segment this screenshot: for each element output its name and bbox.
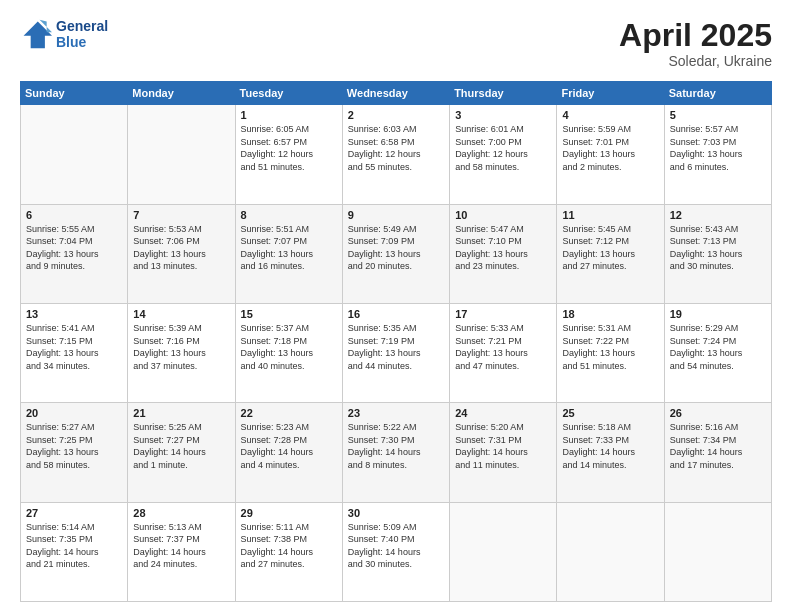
day-number: 18 xyxy=(562,308,658,320)
day-number: 12 xyxy=(670,209,766,221)
col-wednesday: Wednesday xyxy=(342,82,449,105)
logo: General Blue xyxy=(20,18,108,50)
day-cell: 30Sunrise: 5:09 AM Sunset: 7:40 PM Dayli… xyxy=(342,502,449,601)
col-sunday: Sunday xyxy=(21,82,128,105)
day-number: 3 xyxy=(455,109,551,121)
day-info: Sunrise: 5:27 AM Sunset: 7:25 PM Dayligh… xyxy=(26,421,122,471)
day-cell: 13Sunrise: 5:41 AM Sunset: 7:15 PM Dayli… xyxy=(21,303,128,402)
day-number: 28 xyxy=(133,507,229,519)
day-number: 15 xyxy=(241,308,337,320)
day-number: 23 xyxy=(348,407,444,419)
week-row-0: 1Sunrise: 6:05 AM Sunset: 6:57 PM Daylig… xyxy=(21,105,772,204)
day-cell: 22Sunrise: 5:23 AM Sunset: 7:28 PM Dayli… xyxy=(235,403,342,502)
day-info: Sunrise: 5:57 AM Sunset: 7:03 PM Dayligh… xyxy=(670,123,766,173)
day-info: Sunrise: 5:25 AM Sunset: 7:27 PM Dayligh… xyxy=(133,421,229,471)
day-cell: 9Sunrise: 5:49 AM Sunset: 7:09 PM Daylig… xyxy=(342,204,449,303)
day-cell: 6Sunrise: 5:55 AM Sunset: 7:04 PM Daylig… xyxy=(21,204,128,303)
day-cell: 15Sunrise: 5:37 AM Sunset: 7:18 PM Dayli… xyxy=(235,303,342,402)
day-info: Sunrise: 6:03 AM Sunset: 6:58 PM Dayligh… xyxy=(348,123,444,173)
day-number: 2 xyxy=(348,109,444,121)
day-cell xyxy=(128,105,235,204)
col-saturday: Saturday xyxy=(664,82,771,105)
day-number: 19 xyxy=(670,308,766,320)
day-cell: 23Sunrise: 5:22 AM Sunset: 7:30 PM Dayli… xyxy=(342,403,449,502)
page: General Blue April 2025 Soledar, Ukraine… xyxy=(0,0,792,612)
day-number: 17 xyxy=(455,308,551,320)
day-cell: 21Sunrise: 5:25 AM Sunset: 7:27 PM Dayli… xyxy=(128,403,235,502)
day-info: Sunrise: 5:51 AM Sunset: 7:07 PM Dayligh… xyxy=(241,223,337,273)
day-info: Sunrise: 5:16 AM Sunset: 7:34 PM Dayligh… xyxy=(670,421,766,471)
day-number: 20 xyxy=(26,407,122,419)
day-number: 30 xyxy=(348,507,444,519)
day-info: Sunrise: 5:53 AM Sunset: 7:06 PM Dayligh… xyxy=(133,223,229,273)
week-row-2: 13Sunrise: 5:41 AM Sunset: 7:15 PM Dayli… xyxy=(21,303,772,402)
header-row: Sunday Monday Tuesday Wednesday Thursday… xyxy=(21,82,772,105)
col-thursday: Thursday xyxy=(450,82,557,105)
day-number: 13 xyxy=(26,308,122,320)
day-cell: 28Sunrise: 5:13 AM Sunset: 7:37 PM Dayli… xyxy=(128,502,235,601)
day-info: Sunrise: 5:18 AM Sunset: 7:33 PM Dayligh… xyxy=(562,421,658,471)
day-info: Sunrise: 6:05 AM Sunset: 6:57 PM Dayligh… xyxy=(241,123,337,173)
day-cell: 19Sunrise: 5:29 AM Sunset: 7:24 PM Dayli… xyxy=(664,303,771,402)
calendar-subtitle: Soledar, Ukraine xyxy=(619,53,772,69)
day-cell: 29Sunrise: 5:11 AM Sunset: 7:38 PM Dayli… xyxy=(235,502,342,601)
day-info: Sunrise: 5:11 AM Sunset: 7:38 PM Dayligh… xyxy=(241,521,337,571)
day-cell: 3Sunrise: 6:01 AM Sunset: 7:00 PM Daylig… xyxy=(450,105,557,204)
day-number: 1 xyxy=(241,109,337,121)
day-cell: 5Sunrise: 5:57 AM Sunset: 7:03 PM Daylig… xyxy=(664,105,771,204)
day-info: Sunrise: 5:35 AM Sunset: 7:19 PM Dayligh… xyxy=(348,322,444,372)
day-info: Sunrise: 5:45 AM Sunset: 7:12 PM Dayligh… xyxy=(562,223,658,273)
calendar-title: April 2025 xyxy=(619,18,772,53)
day-number: 5 xyxy=(670,109,766,121)
day-cell: 20Sunrise: 5:27 AM Sunset: 7:25 PM Dayli… xyxy=(21,403,128,502)
week-row-4: 27Sunrise: 5:14 AM Sunset: 7:35 PM Dayli… xyxy=(21,502,772,601)
logo-icon xyxy=(20,18,52,50)
day-cell: 25Sunrise: 5:18 AM Sunset: 7:33 PM Dayli… xyxy=(557,403,664,502)
week-row-3: 20Sunrise: 5:27 AM Sunset: 7:25 PM Dayli… xyxy=(21,403,772,502)
day-cell: 18Sunrise: 5:31 AM Sunset: 7:22 PM Dayli… xyxy=(557,303,664,402)
day-info: Sunrise: 5:39 AM Sunset: 7:16 PM Dayligh… xyxy=(133,322,229,372)
day-cell: 8Sunrise: 5:51 AM Sunset: 7:07 PM Daylig… xyxy=(235,204,342,303)
day-number: 7 xyxy=(133,209,229,221)
day-cell: 16Sunrise: 5:35 AM Sunset: 7:19 PM Dayli… xyxy=(342,303,449,402)
day-number: 29 xyxy=(241,507,337,519)
day-cell: 10Sunrise: 5:47 AM Sunset: 7:10 PM Dayli… xyxy=(450,204,557,303)
day-info: Sunrise: 6:01 AM Sunset: 7:00 PM Dayligh… xyxy=(455,123,551,173)
day-cell: 1Sunrise: 6:05 AM Sunset: 6:57 PM Daylig… xyxy=(235,105,342,204)
calendar-table: Sunday Monday Tuesday Wednesday Thursday… xyxy=(20,81,772,602)
day-cell: 4Sunrise: 5:59 AM Sunset: 7:01 PM Daylig… xyxy=(557,105,664,204)
day-info: Sunrise: 5:29 AM Sunset: 7:24 PM Dayligh… xyxy=(670,322,766,372)
day-number: 14 xyxy=(133,308,229,320)
day-info: Sunrise: 5:31 AM Sunset: 7:22 PM Dayligh… xyxy=(562,322,658,372)
day-info: Sunrise: 5:49 AM Sunset: 7:09 PM Dayligh… xyxy=(348,223,444,273)
day-cell: 27Sunrise: 5:14 AM Sunset: 7:35 PM Dayli… xyxy=(21,502,128,601)
day-number: 16 xyxy=(348,308,444,320)
day-info: Sunrise: 5:43 AM Sunset: 7:13 PM Dayligh… xyxy=(670,223,766,273)
day-number: 4 xyxy=(562,109,658,121)
day-cell xyxy=(21,105,128,204)
day-info: Sunrise: 5:59 AM Sunset: 7:01 PM Dayligh… xyxy=(562,123,658,173)
day-cell: 2Sunrise: 6:03 AM Sunset: 6:58 PM Daylig… xyxy=(342,105,449,204)
day-info: Sunrise: 5:55 AM Sunset: 7:04 PM Dayligh… xyxy=(26,223,122,273)
day-number: 8 xyxy=(241,209,337,221)
day-number: 21 xyxy=(133,407,229,419)
title-block: April 2025 Soledar, Ukraine xyxy=(619,18,772,69)
day-cell: 24Sunrise: 5:20 AM Sunset: 7:31 PM Dayli… xyxy=(450,403,557,502)
day-number: 10 xyxy=(455,209,551,221)
day-info: Sunrise: 5:09 AM Sunset: 7:40 PM Dayligh… xyxy=(348,521,444,571)
day-number: 25 xyxy=(562,407,658,419)
day-info: Sunrise: 5:22 AM Sunset: 7:30 PM Dayligh… xyxy=(348,421,444,471)
day-number: 24 xyxy=(455,407,551,419)
day-cell: 14Sunrise: 5:39 AM Sunset: 7:16 PM Dayli… xyxy=(128,303,235,402)
day-cell: 17Sunrise: 5:33 AM Sunset: 7:21 PM Dayli… xyxy=(450,303,557,402)
day-info: Sunrise: 5:13 AM Sunset: 7:37 PM Dayligh… xyxy=(133,521,229,571)
day-info: Sunrise: 5:33 AM Sunset: 7:21 PM Dayligh… xyxy=(455,322,551,372)
day-info: Sunrise: 5:14 AM Sunset: 7:35 PM Dayligh… xyxy=(26,521,122,571)
day-number: 11 xyxy=(562,209,658,221)
day-info: Sunrise: 5:37 AM Sunset: 7:18 PM Dayligh… xyxy=(241,322,337,372)
day-number: 6 xyxy=(26,209,122,221)
day-info: Sunrise: 5:20 AM Sunset: 7:31 PM Dayligh… xyxy=(455,421,551,471)
col-monday: Monday xyxy=(128,82,235,105)
day-info: Sunrise: 5:41 AM Sunset: 7:15 PM Dayligh… xyxy=(26,322,122,372)
col-tuesday: Tuesday xyxy=(235,82,342,105)
